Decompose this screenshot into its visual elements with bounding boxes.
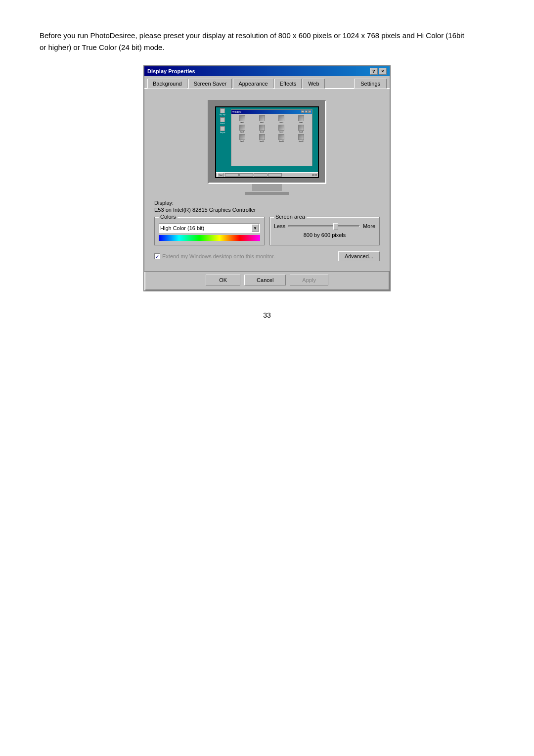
dw-max: □ [305,110,308,113]
taskbar-item-sim [254,173,267,177]
select-arrow-icon[interactable]: ▼ [252,224,259,232]
icon-cell: Item8 [292,125,311,133]
screen-area-group: Screen area Less More 800 by 600 pixels [269,217,380,245]
dialog-title: Display Properties [147,68,195,74]
monitor-stand [252,184,282,191]
page-number: 33 [40,311,494,319]
taskbar-time: 12:00 [312,174,317,176]
icon-cell: Item6 [253,125,271,133]
display-value: E53 on Intel(R) 82815 Graphics Controlle… [154,207,380,213]
title-bar: Display Properties ? × [144,66,390,76]
tab-appearance[interactable]: Appearance [233,79,273,89]
icon-cell: Item10 [253,134,271,142]
icon-cell: Item9 [233,134,252,142]
screen-resolution-text: 800 by 600 pixels [274,232,375,238]
desktop-window-titlebar: Window _ □ × [231,110,312,114]
monitor-area: MyComp PhotoV Recycle [150,95,384,198]
dw-min: _ [301,110,304,113]
tab-background[interactable]: Background [147,79,187,89]
close-button[interactable]: × [379,68,387,75]
display-info: Display: E53 on Intel(R) 82815 Graphics … [150,198,384,217]
taskbar-item-sim [268,173,282,177]
cancel-button[interactable]: Cancel [244,275,286,285]
extend-desktop-checkbox[interactable]: ✓ [154,253,160,259]
help-button[interactable]: ? [370,68,378,75]
display-label: Display: [154,200,380,206]
dw-close: × [308,110,311,113]
tab-effects[interactable]: Effects [274,79,302,89]
desktop-icons-left: MyComp PhotoV Recycle [217,108,228,134]
tabs-row: Background Screen Saver Appearance Effec… [144,76,390,88]
dialog-footer: OK Cancel Apply [144,271,390,290]
slider-thumb-icon [333,223,338,230]
colors-select[interactable]: High Color (16 bit) ▼ [159,223,260,233]
icon-cell: Item12 [292,134,311,142]
color-bar [159,235,260,241]
intro-text: Before you run PhotoDesiree, please pres… [40,30,465,53]
taskbar-items [225,173,311,177]
desktop-sim: MyComp PhotoV Recycle [216,107,318,177]
icon-cell: Item2 [253,115,271,124]
colors-selected-value: High Color (16 bit) [160,225,204,231]
less-label: Less [274,223,285,229]
slider-row: Less More [274,223,375,229]
monitor-base [245,191,289,195]
icon-cell: Item3 [272,115,291,124]
ok-button[interactable]: OK [206,275,240,285]
tab-web[interactable]: Web [303,79,324,89]
icon-cell: Item4 [292,115,311,124]
icon-cell: Item11 [272,134,291,142]
colors-group: Colors High Color (16 bit) ▼ [154,217,265,245]
desktop-window-content: Item1 Item2 Item3 [231,114,312,144]
icon-cell: Item5 [233,125,252,133]
screen-area-group-label: Screen area [274,214,307,220]
tab-screen-saver[interactable]: Screen Saver [188,79,232,89]
icon-cell: Item7 [272,125,291,133]
settings-row: Colors High Color (16 bit) ▼ Screen area… [150,217,384,249]
dialog-body: MyComp PhotoV Recycle [144,88,390,271]
dialog-container: Display Properties ? × Background Screen… [143,65,391,291]
taskbar-item-sim [239,173,253,177]
icon-cell: Item1 [233,115,252,124]
taskbar-item-sim [225,173,239,177]
resolution-slider[interactable] [288,225,360,227]
advanced-button[interactable]: Advanced... [338,251,380,261]
monitor-outer: MyComp PhotoV Recycle [208,100,326,184]
left-icon-3: Recycle [217,126,228,134]
start-button-sim: Start [217,173,224,177]
left-icon-1: MyComp [217,108,228,116]
left-icon-2: PhotoV [217,117,228,125]
more-label: More [363,223,375,229]
extend-desktop-label: ✓ Extend my Windows desktop onto this mo… [154,253,275,259]
extend-desktop-text: Extend my Windows desktop onto this moni… [162,253,275,259]
colors-group-label: Colors [159,214,178,220]
apply-button[interactable]: Apply [290,275,328,285]
tab-settings[interactable]: Settings [354,79,387,89]
checkbox-row: ✓ Extend my Windows desktop onto this mo… [150,249,384,265]
desktop-window: Window _ □ × [231,109,312,166]
title-bar-buttons: ? × [370,68,387,75]
taskbar-sim: Start 12:00 [216,172,318,177]
display-properties-dialog: Display Properties ? × Background Screen… [143,65,391,291]
monitor-screen: MyComp PhotoV Recycle [215,106,319,178]
